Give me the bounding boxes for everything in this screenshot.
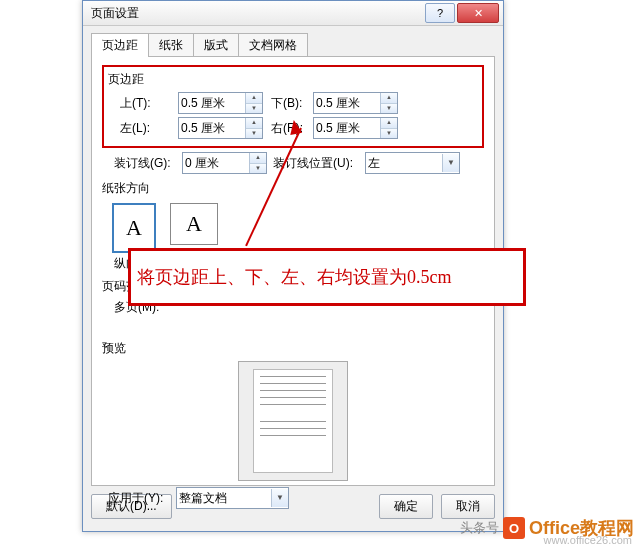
spinner-arrows[interactable]: ▲▼ xyxy=(245,93,262,113)
spinner-arrows[interactable]: ▲▼ xyxy=(249,153,266,173)
close-icon: ✕ xyxy=(474,7,483,20)
applyto-input[interactable] xyxy=(177,490,271,506)
titlebar[interactable]: 页面设置 ? ✕ xyxy=(83,1,503,26)
gutter-pos-combo[interactable]: ▼ xyxy=(365,152,460,174)
gutter-pos-input[interactable] xyxy=(366,155,442,171)
preview-page-icon xyxy=(253,369,333,473)
left-label: 左(L): xyxy=(108,120,178,137)
gutter-input[interactable] xyxy=(183,155,249,171)
landscape-icon: A xyxy=(170,203,218,245)
left-input[interactable] xyxy=(179,120,245,136)
left-spinner[interactable]: ▲▼ xyxy=(178,117,263,139)
right-input[interactable] xyxy=(314,120,380,136)
bottom-input[interactable] xyxy=(314,95,380,111)
margins-highlight: 页边距 上(T): ▲▼ 下(B): ▲▼ 左(L): ▲▼ xyxy=(102,65,484,148)
footer-url: www.office26.com xyxy=(544,534,632,546)
right-spinner[interactable]: ▲▼ xyxy=(313,117,398,139)
dialog-title: 页面设置 xyxy=(91,5,423,22)
bottom-label: 下(B): xyxy=(263,95,313,112)
bottom-spinner[interactable]: ▲▼ xyxy=(313,92,398,114)
top-input[interactable] xyxy=(179,95,245,111)
applyto-label: 应用于(Y): xyxy=(102,490,176,507)
preview-box xyxy=(238,361,348,481)
spinner-arrows[interactable]: ▲▼ xyxy=(380,93,397,113)
tab-layout[interactable]: 版式 xyxy=(193,33,239,57)
top-spinner[interactable]: ▲▼ xyxy=(178,92,263,114)
footer-lead: 头条号 xyxy=(460,519,499,537)
preview-section-title: 预览 xyxy=(102,340,484,357)
chevron-down-icon[interactable]: ▼ xyxy=(442,154,459,172)
close-button[interactable]: ✕ xyxy=(457,3,499,23)
gutter-label: 装订线(G): xyxy=(102,155,182,172)
office-logo-icon: O xyxy=(503,517,525,539)
tabstrip: 页边距 纸张 版式 文档网格 xyxy=(83,26,503,56)
spinner-arrows[interactable]: ▲▼ xyxy=(380,118,397,138)
portrait-icon: A xyxy=(112,203,156,253)
chevron-down-icon[interactable]: ▼ xyxy=(271,489,288,507)
spinner-arrows[interactable]: ▲▼ xyxy=(245,118,262,138)
tab-grid[interactable]: 文档网格 xyxy=(238,33,308,57)
orientation-section-title: 纸张方向 xyxy=(102,180,484,197)
applyto-combo[interactable]: ▼ xyxy=(176,487,289,509)
tab-paper[interactable]: 纸张 xyxy=(148,33,194,57)
top-label: 上(T): xyxy=(108,95,178,112)
margins-section-title: 页边距 xyxy=(108,71,478,88)
annotation-callout: 将页边距上、下、左、右均设置为0.5cm xyxy=(128,248,526,306)
help-button[interactable]: ? xyxy=(425,3,455,23)
tab-margins[interactable]: 页边距 xyxy=(91,33,149,57)
gutter-spinner[interactable]: ▲▼ xyxy=(182,152,267,174)
annotation-arrow-head xyxy=(288,119,302,135)
